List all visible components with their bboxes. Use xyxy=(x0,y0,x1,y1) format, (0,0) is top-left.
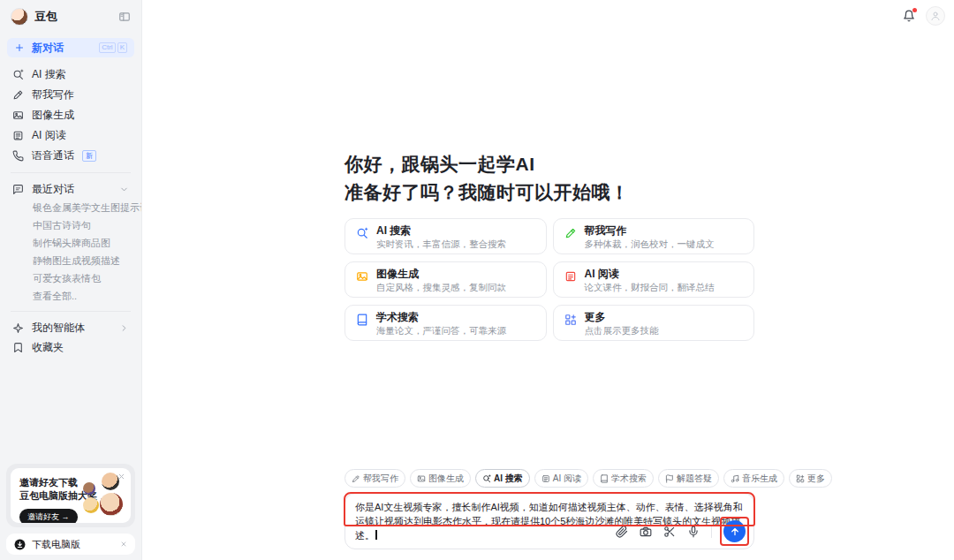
sidebar-item-voice-call[interactable]: 语音通话 新 xyxy=(0,146,141,166)
close-icon[interactable] xyxy=(117,473,125,481)
arrow-up-icon xyxy=(730,526,740,537)
card-desc: 论文课件，财报合同，翻译总结 xyxy=(585,282,715,293)
recent-chats-label: 最近对话 xyxy=(32,182,74,197)
sidebar-item-ai-read[interactable]: AI 阅读 xyxy=(0,125,141,146)
close-icon[interactable] xyxy=(120,541,127,548)
recent-chat-item[interactable]: 可爱女孩表情包 xyxy=(0,269,141,287)
recent-chat-item[interactable]: 中国古诗诗句 xyxy=(0,216,141,234)
chip-label: 音乐生成 xyxy=(742,473,777,485)
card-academic-search[interactable]: 学术搜索 海量论文，严谨问答，可靠来源 xyxy=(344,305,547,341)
memoji-avatar xyxy=(83,482,95,495)
collapse-sidebar-icon[interactable] xyxy=(118,11,131,23)
sidebar-menu: AI 搜索 帮我写作 图像生成 AI 阅读 语音通话 新 xyxy=(0,61,141,166)
text-cursor xyxy=(375,530,377,540)
sidebar-item-image-gen[interactable]: 图像生成 xyxy=(0,105,141,125)
invite-card[interactable]: 邀请好友下载 豆包电脑版抽大奖 邀请好友 → xyxy=(11,468,131,523)
chip-help-write[interactable]: 帮我写作 xyxy=(344,469,405,488)
sidebar-item-help-write[interactable]: 帮我写作 xyxy=(0,85,141,105)
card-ai-search[interactable]: AI 搜索 实时资讯，丰富信源，整合搜索 xyxy=(344,218,547,254)
card-desc: 多种体裁，润色校对，一键成文 xyxy=(585,238,715,250)
phone-icon xyxy=(12,150,24,162)
topbar xyxy=(903,0,954,32)
read-icon xyxy=(12,130,24,141)
camera-icon[interactable] xyxy=(640,526,652,538)
person-icon xyxy=(930,11,941,21)
music-icon xyxy=(731,474,739,483)
notification-bell-icon[interactable] xyxy=(903,10,915,22)
sidebar-item-ai-search[interactable]: AI 搜索 xyxy=(0,64,141,85)
chip-image-gen[interactable]: 图像生成 xyxy=(410,469,471,488)
grid-plus-icon xyxy=(796,474,805,483)
recent-chat-item[interactable]: 静物图生成视频描述 xyxy=(0,252,141,269)
card-title: 帮我写作 xyxy=(585,224,715,238)
new-chat-label: 新对话 xyxy=(32,41,64,56)
chip-more[interactable]: 更多 xyxy=(789,469,832,488)
sparkle-icon xyxy=(12,322,24,334)
composer-dock: 帮我写作 图像生成 AI 搜索 AI 阅读 学术搜索 解题答疑 音乐生成 xyxy=(344,469,754,549)
pen-icon xyxy=(352,474,360,483)
sidebar-item-favorites[interactable]: 收藏夹 xyxy=(0,337,141,357)
read-icon xyxy=(541,474,550,483)
card-desc: 海量论文，严谨问答，可靠来源 xyxy=(376,325,506,337)
send-button[interactable] xyxy=(723,520,746,542)
card-more[interactable]: 更多 点击展示更多技能 xyxy=(553,305,755,341)
chip-ai-search[interactable]: AI 搜索 xyxy=(475,469,530,488)
feature-cards: AI 搜索 实时资讯，丰富信源，整合搜索 帮我写作 多种体裁，润色校对，一键成文… xyxy=(344,218,754,341)
invite-friends-button[interactable]: 邀请好友 → xyxy=(19,509,78,523)
recent-chat-item[interactable]: 制作锅头牌商品图 xyxy=(0,234,141,252)
grid-plus-icon xyxy=(564,314,577,326)
search-icon xyxy=(12,69,24,80)
download-desktop-bar[interactable]: 下载电脑版 xyxy=(6,534,135,555)
chevron-down-icon[interactable] xyxy=(119,185,129,194)
message-input-box[interactable]: 你是AI文生视频专家，擅长制作AI视频，知道如何描述视频主体、动作、表情、选择视… xyxy=(344,493,754,549)
card-title: AI 阅读 xyxy=(585,268,715,281)
image-icon xyxy=(12,110,24,121)
paperclip-icon[interactable] xyxy=(616,526,628,538)
download-icon xyxy=(14,539,26,550)
chat-bubble-icon xyxy=(12,184,24,195)
sidebar-item-my-agents[interactable]: 我的智能体 xyxy=(0,318,141,337)
chevron-right-icon xyxy=(119,323,129,333)
card-image-gen[interactable]: 图像生成 自定风格，搜集灵感，复制同款 xyxy=(344,261,547,298)
search-icon xyxy=(482,474,491,483)
notification-dot xyxy=(912,8,917,12)
microphone-icon[interactable] xyxy=(687,526,700,538)
card-title: AI 搜索 xyxy=(376,224,506,238)
shortcut-badge: Ctrl K xyxy=(99,42,127,53)
pen-icon xyxy=(564,227,577,239)
pen-icon xyxy=(12,89,24,101)
composer-toolbar xyxy=(616,520,746,542)
menu-label: 帮我写作 xyxy=(32,87,74,102)
card-ai-read[interactable]: AI 阅读 论文课件，财报合同，翻译总结 xyxy=(553,261,755,298)
search-icon xyxy=(356,227,368,239)
chip-label: 帮我写作 xyxy=(363,473,398,485)
kbd-k: K xyxy=(117,42,127,53)
chip-music-gen[interactable]: 音乐生成 xyxy=(723,469,784,488)
chip-solve-questions[interactable]: 解题答疑 xyxy=(658,469,719,488)
menu-label: AI 搜索 xyxy=(32,67,66,82)
memoji-avatar xyxy=(102,473,119,490)
bookmark-icon xyxy=(12,342,24,353)
kbd-ctrl: Ctrl xyxy=(99,42,115,53)
card-title: 学术搜索 xyxy=(376,311,506,324)
chip-label: 解题答疑 xyxy=(677,473,712,485)
new-chat-button[interactable]: 新对话 Ctrl K xyxy=(7,38,134,57)
divider xyxy=(11,311,131,312)
card-desc: 自定风格，搜集灵感，复制同款 xyxy=(376,282,506,293)
chip-academic-search[interactable]: 学术搜索 xyxy=(593,469,654,488)
sidebar-bottom: 邀请好友下载 豆包电脑版抽大奖 邀请好友 → 下载电脑版 xyxy=(0,458,141,560)
recent-chats-header[interactable]: 最近对话 xyxy=(0,179,141,199)
greeting: 你好，跟锅头一起学AI 准备好了吗？我随时可以开始哦！ xyxy=(344,150,754,207)
card-help-write[interactable]: 帮我写作 多种体裁，润色校对，一键成文 xyxy=(553,218,755,254)
chip-ai-read[interactable]: AI 阅读 xyxy=(534,469,588,488)
scissors-icon[interactable] xyxy=(663,526,676,538)
download-label: 下载电脑版 xyxy=(32,538,80,551)
divider xyxy=(711,526,712,538)
chip-label: AI 阅读 xyxy=(553,473,581,485)
user-avatar[interactable] xyxy=(926,6,945,26)
image-icon xyxy=(356,270,368,283)
view-all-chats[interactable]: 查看全部.. xyxy=(0,287,141,305)
chip-label: 更多 xyxy=(807,473,825,485)
recent-chat-item[interactable]: 银色金属美学文生图提示词 xyxy=(0,199,141,216)
read-icon xyxy=(564,270,577,283)
